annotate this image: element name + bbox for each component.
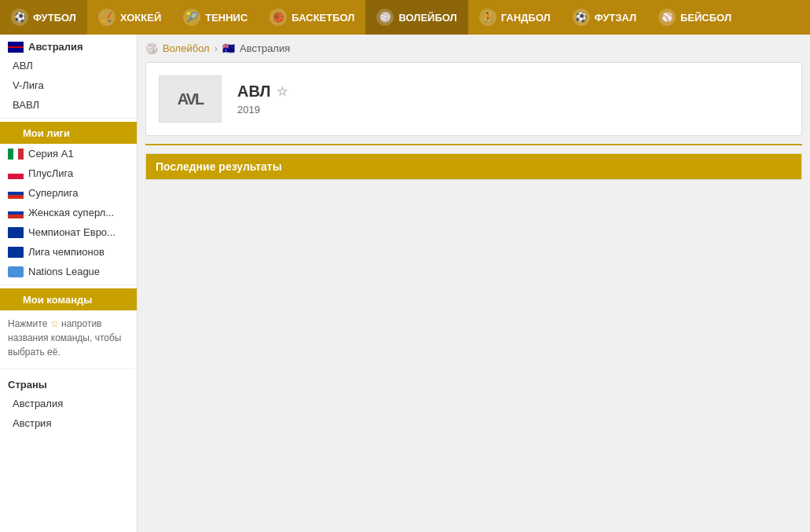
- breadcrumb: 🏐 Волейбол › 🇦🇺 Австралия: [145, 42, 802, 54]
- nav-item-volleyball[interactable]: 🏐ВОЛЕЙБОЛ: [365, 0, 467, 35]
- my-leagues-label: Мои лиги: [23, 127, 70, 139]
- sidebar-my-league-item[interactable]: Суперлига: [0, 183, 137, 203]
- sidebar-country-name: Австралия: [28, 41, 83, 53]
- tennis-icon: 🎾: [183, 9, 200, 26]
- league-name: АВЛ ☆: [237, 83, 288, 101]
- league-info: АВЛ ☆ 2019: [237, 83, 288, 116]
- nav-label-football: ФУТБОЛ: [33, 12, 76, 24]
- nav-label-handball: ГАНДБОЛ: [501, 12, 551, 24]
- favorite-star[interactable]: ☆: [277, 84, 288, 99]
- sidebar-my-league-item[interactable]: Серия А1: [0, 144, 137, 163]
- nav-label-baseball: БЕЙСБОЛ: [680, 12, 731, 24]
- nav-item-futsal[interactable]: ⚽ФУТЗАЛ: [562, 0, 647, 35]
- breadcrumb-separator: ›: [214, 42, 218, 54]
- handball-icon: 🤾: [479, 9, 497, 26]
- nav-item-basketball[interactable]: 🏀БАСКЕТБОЛ: [258, 0, 365, 35]
- top-navigation: ⚽ФУТБОЛ🏒ХОККЕЙ🎾ТЕННИС🏀БАСКЕТБОЛ🏐ВОЛЕЙБОЛ…: [0, 0, 810, 35]
- sidebar-country-item[interactable]: Австралия: [0, 394, 137, 413]
- nav-item-tennis[interactable]: 🎾ТЕННИС: [172, 0, 258, 35]
- my-leagues-header: ★Мои лиги: [0, 122, 137, 144]
- sidebar-country-item[interactable]: Австрия: [0, 413, 137, 433]
- breadcrumb-sport[interactable]: Волейбол: [163, 42, 210, 54]
- flag-it: [8, 149, 24, 160]
- league-name: Чемпионат Евро...: [28, 226, 115, 238]
- flag-eu: [8, 227, 24, 238]
- nav-item-hockey[interactable]: 🏒ХОККЕЙ: [87, 0, 172, 35]
- basketball-icon: 🏀: [269, 9, 287, 26]
- football-icon: ⚽: [11, 9, 28, 26]
- league-name: Nations League: [28, 266, 100, 277]
- sidebar-my-league-item[interactable]: Женская суперл...: [0, 203, 137, 222]
- nav-label-tennis: ТЕННИС: [205, 12, 247, 24]
- futsal-icon: ⚽: [573, 9, 590, 26]
- results-header: Последние результаты: [146, 154, 801, 179]
- my-teams-label: Мои команды: [23, 294, 92, 306]
- flag-ru: [8, 188, 24, 199]
- main-content: 🏐 Волейбол › 🇦🇺 Австралия AVL АВЛ ☆ 2019…: [137, 35, 810, 532]
- results-section: Последние результаты: [145, 153, 802, 180]
- countries-header: Страны: [0, 372, 137, 394]
- league-name: ПлусЛига: [28, 167, 73, 179]
- league-header-card: AVL АВЛ ☆ 2019: [145, 62, 802, 136]
- sidebar-country-league[interactable]: АВЛ: [0, 56, 137, 75]
- sidebar-my-league-item[interactable]: Nations League: [0, 262, 137, 281]
- flag-ru: [8, 207, 24, 218]
- league-logo: AVL: [159, 75, 222, 123]
- sidebar-country-header: Австралия: [0, 35, 137, 56]
- nav-item-football[interactable]: ⚽ФУТБОЛ: [0, 0, 87, 35]
- hockey-icon: 🏒: [98, 9, 115, 26]
- volleyball-icon: 🏐: [376, 9, 394, 26]
- nav-label-futsal: ФУТЗАЛ: [595, 12, 636, 24]
- flag-pl: [8, 168, 24, 179]
- nav-item-baseball[interactable]: ⚾БЕЙСБОЛ: [647, 0, 742, 35]
- tab-bar: [145, 144, 802, 145]
- league-name: Лига чемпионов: [28, 246, 104, 258]
- breadcrumb-icon: 🏐: [145, 42, 158, 54]
- nav-label-volleyball: ВОЛЕЙБОЛ: [398, 12, 456, 24]
- nav-label-hockey: ХОККЕЙ: [120, 12, 161, 24]
- nav-item-handball[interactable]: 🤾ГАНДБОЛ: [468, 0, 562, 35]
- flag-globe: [8, 266, 24, 277]
- star-icon-my-leagues: ★: [8, 127, 18, 139]
- league-name: Женская суперл...: [28, 207, 114, 218]
- main-layout: АвстралияАВЛV-ЛигаВАВЛ★Мои лигиСерия А1П…: [0, 35, 810, 532]
- league-name: Серия А1: [28, 148, 74, 160]
- my-teams-header: ★Мои команды: [0, 288, 137, 310]
- flag-eu: [8, 247, 24, 258]
- breadcrumb-flag: 🇦🇺: [222, 42, 235, 54]
- nav-label-basketball: БАСКЕТБОЛ: [291, 12, 354, 24]
- sidebar-country-league[interactable]: ВАВЛ: [0, 95, 137, 115]
- sidebar-my-league-item[interactable]: ПлусЛига: [0, 163, 137, 183]
- star-icon-my-teams: ★: [8, 293, 18, 306]
- sidebar: АвстралияАВЛV-ЛигаВАВЛ★Мои лигиСерия А1П…: [0, 35, 137, 532]
- breadcrumb-country: Австралия: [240, 42, 290, 54]
- league-name: Суперлига: [28, 187, 78, 199]
- sidebar-my-league-item[interactable]: Чемпионат Евро...: [0, 222, 137, 242]
- baseball-icon: ⚾: [658, 9, 676, 26]
- my-teams-description: Нажмите ☆ напротив названия команды, что…: [0, 310, 137, 365]
- sidebar-country-league[interactable]: V-Лига: [0, 75, 137, 95]
- sidebar-my-league-item[interactable]: Лига чемпионов: [0, 242, 137, 262]
- league-year: 2019: [237, 104, 288, 116]
- flag-au: [8, 42, 24, 53]
